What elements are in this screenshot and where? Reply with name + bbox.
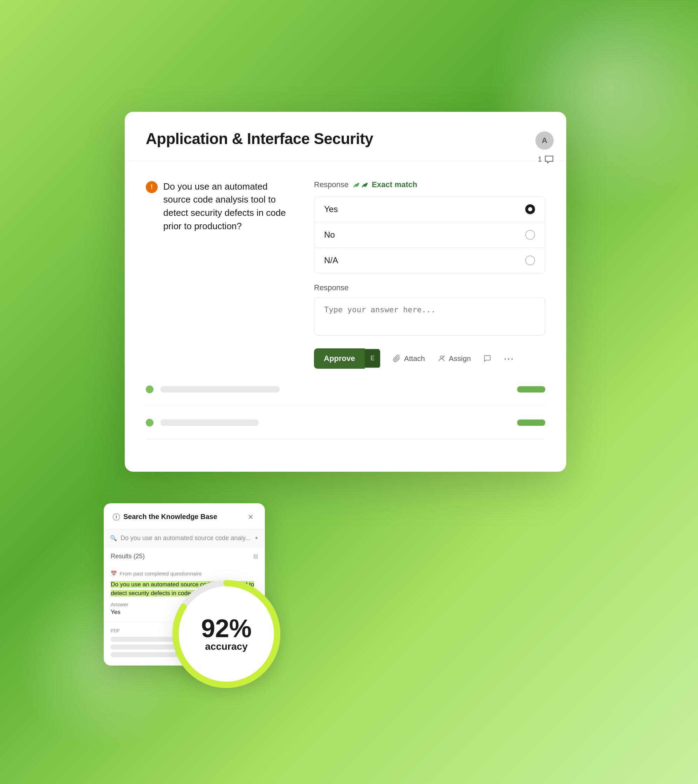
response-section-label: Response xyxy=(314,283,545,292)
question-left: Do you use an automated source code anal… xyxy=(146,180,293,233)
response-textarea[interactable] xyxy=(314,297,545,336)
response-header: Response Exact match xyxy=(314,180,545,189)
placeholder-bar-1a xyxy=(160,386,280,392)
attach-label: Attach xyxy=(404,354,425,363)
comment-link[interactable] xyxy=(484,355,491,362)
pdf-label: PDF xyxy=(111,628,120,633)
card-body: Do you use an automated source code anal… xyxy=(125,160,566,472)
approve-shortcut: E xyxy=(365,349,380,367)
placeholder-dot-2 xyxy=(146,419,153,427)
placeholder-row-2 xyxy=(146,419,545,440)
kb-title: i Search the Knowledge Base xyxy=(113,513,217,521)
accuracy-label: accuracy xyxy=(205,641,247,652)
assign-icon xyxy=(438,355,445,362)
accuracy-badge: 92% accuracy xyxy=(174,581,279,687)
comment-icon xyxy=(545,155,554,164)
radio-circle-yes xyxy=(525,204,535,214)
placeholder-bar-2a xyxy=(160,420,258,426)
radio-option-na[interactable]: N/A xyxy=(314,248,545,273)
response-label: Response xyxy=(314,180,349,189)
placeholder-rows xyxy=(146,385,545,440)
avatar: A xyxy=(535,132,554,150)
question-row: Do you use an automated source code anal… xyxy=(146,180,545,369)
radio-option-no[interactable]: No xyxy=(314,222,545,248)
more-options-button[interactable]: ··· xyxy=(504,353,514,364)
warning-icon xyxy=(146,181,158,193)
main-card: Application & Interface Security A 1 Do … xyxy=(125,112,566,472)
kb-search-row: 🔍 Do you use an automated source code an… xyxy=(104,530,265,547)
assign-link[interactable]: Assign xyxy=(438,354,471,363)
comment-count: 1 xyxy=(538,155,542,163)
kb-header: i Search the Knowledge Base ✕ xyxy=(104,503,265,530)
match-icons xyxy=(352,181,368,189)
radio-label-no: No xyxy=(324,230,335,240)
comment-action-icon xyxy=(484,355,491,362)
filter-icon[interactable]: ⊟ xyxy=(254,553,258,560)
question-text: Do you use an automated source code anal… xyxy=(163,180,293,233)
leaf-icon-1 xyxy=(352,181,360,189)
info-icon: i xyxy=(113,514,120,520)
leaf-icon-2 xyxy=(361,181,368,189)
page-title: Application & Interface Security xyxy=(146,130,545,148)
placeholder-dot-1 xyxy=(146,385,153,393)
placeholder-content-2 xyxy=(160,420,545,426)
scene: Application & Interface Security A 1 Do … xyxy=(104,112,594,672)
kb-results-header: Results (25) ⊟ xyxy=(104,547,265,564)
kb-source-text: From past completed questionnaire xyxy=(120,571,202,576)
kb-result-source: 📅 From past completed questionnaire xyxy=(111,571,258,576)
placeholder-row-1 xyxy=(146,385,545,406)
magic-icon: ✦ xyxy=(254,535,258,541)
assign-label: Assign xyxy=(449,354,471,363)
radio-options: Yes No N/A xyxy=(314,196,545,273)
approve-button[interactable]: Approve E xyxy=(314,348,380,369)
kb-close-button[interactable]: ✕ xyxy=(245,512,256,522)
placeholder-bar-1b xyxy=(517,386,545,392)
attach-icon xyxy=(393,355,400,362)
approve-label: Approve xyxy=(314,348,365,369)
radio-label-yes: Yes xyxy=(324,204,338,214)
comment-badge: 1 xyxy=(538,155,554,164)
radio-circle-no xyxy=(525,230,535,240)
search-icon: 🔍 xyxy=(110,535,117,542)
radio-option-yes[interactable]: Yes xyxy=(314,197,545,222)
placeholder-bar-2b xyxy=(517,420,545,426)
calendar-icon: 📅 xyxy=(111,571,117,576)
action-bar: Approve E Attach xyxy=(314,348,545,369)
placeholder-content-1 xyxy=(160,386,545,392)
card-header: Application & Interface Security xyxy=(125,112,566,160)
kb-search-text: Do you use an automated source code anal… xyxy=(120,534,251,542)
radio-label-na: N/A xyxy=(324,255,338,265)
radio-circle-na xyxy=(525,255,535,265)
exact-match-label: Exact match xyxy=(372,180,417,189)
question-right: Response Exact match xyxy=(314,180,545,369)
kb-results-label: Results (25) xyxy=(111,553,145,560)
attach-link[interactable]: Attach xyxy=(393,354,425,363)
accuracy-number: 92% xyxy=(201,616,252,641)
kb-title-text: Search the Knowledge Base xyxy=(123,513,217,521)
